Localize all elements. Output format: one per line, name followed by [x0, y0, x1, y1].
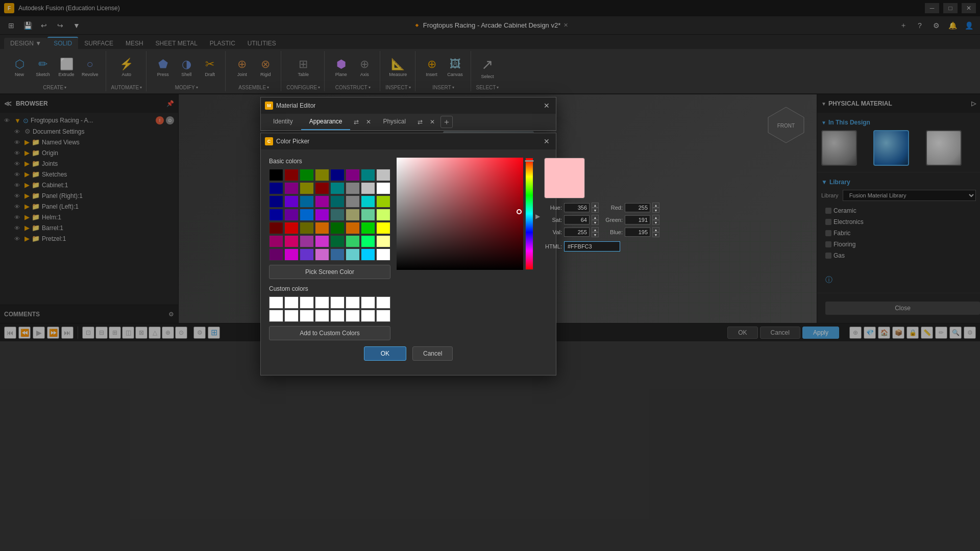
- custom-color-swatch[interactable]: [330, 296, 345, 309]
- basic-color-swatch[interactable]: [376, 248, 390, 261]
- right-arrow[interactable]: ▶: [535, 158, 540, 270]
- basic-color-swatch[interactable]: [300, 248, 314, 261]
- basic-color-swatch[interactable]: [284, 222, 299, 234]
- sat-down-btn[interactable]: ▼: [592, 220, 599, 225]
- basic-color-swatch[interactable]: [376, 182, 390, 194]
- basic-color-swatch[interactable]: [284, 235, 299, 247]
- blue-up-btn[interactable]: ▲: [652, 227, 659, 232]
- basic-color-swatch[interactable]: [269, 195, 283, 208]
- basic-color-swatch[interactable]: [269, 209, 283, 221]
- hue-strip[interactable]: [525, 158, 533, 270]
- basic-color-swatch[interactable]: [284, 248, 299, 261]
- custom-color-swatch[interactable]: [376, 310, 390, 322]
- basic-color-swatch[interactable]: [346, 248, 360, 261]
- basic-color-swatch[interactable]: [284, 195, 299, 208]
- basic-color-swatch[interactable]: [376, 209, 390, 221]
- basic-color-swatch[interactable]: [376, 195, 390, 208]
- basic-color-swatch[interactable]: [376, 169, 390, 181]
- basic-color-swatch[interactable]: [361, 182, 375, 194]
- basic-color-swatch[interactable]: [300, 169, 314, 181]
- color-picker-ok-btn[interactable]: OK: [364, 346, 406, 361]
- custom-color-swatch[interactable]: [284, 296, 299, 309]
- basic-color-swatch[interactable]: [300, 222, 314, 234]
- hue-down-btn[interactable]: ▼: [592, 208, 599, 213]
- appearance-tab[interactable]: Appearance: [301, 114, 351, 130]
- custom-color-swatch[interactable]: [300, 310, 314, 322]
- basic-color-swatch[interactable]: [269, 222, 283, 234]
- custom-color-swatch[interactable]: [361, 296, 375, 309]
- basic-color-swatch[interactable]: [315, 235, 329, 247]
- physical-tab[interactable]: Physical: [375, 114, 414, 130]
- basic-color-swatch[interactable]: [300, 209, 314, 221]
- basic-color-swatch[interactable]: [361, 195, 375, 208]
- basic-color-swatch[interactable]: [315, 222, 329, 234]
- custom-color-swatch[interactable]: [300, 296, 314, 309]
- basic-color-swatch[interactable]: [284, 209, 299, 221]
- appearance-tab-sync[interactable]: ⇄: [351, 117, 361, 127]
- hue-up-btn[interactable]: ▲: [592, 203, 599, 208]
- basic-color-swatch[interactable]: [269, 169, 283, 181]
- basic-color-swatch[interactable]: [361, 169, 375, 181]
- basic-color-swatch[interactable]: [269, 182, 283, 194]
- custom-color-swatch[interactable]: [284, 310, 299, 322]
- custom-color-swatch[interactable]: [315, 310, 329, 322]
- basic-color-swatch[interactable]: [269, 248, 283, 261]
- color-picker-close-btn[interactable]: ✕: [542, 136, 552, 146]
- basic-color-swatch[interactable]: [361, 248, 375, 261]
- val-field[interactable]: [564, 228, 590, 237]
- add-tab-btn[interactable]: ＋: [440, 116, 453, 128]
- custom-color-swatch[interactable]: [346, 296, 360, 309]
- basic-color-swatch[interactable]: [330, 195, 345, 208]
- physical-tab-sync[interactable]: ⇄: [415, 117, 425, 127]
- custom-color-swatch[interactable]: [330, 310, 345, 322]
- red-up-btn[interactable]: ▲: [652, 203, 659, 208]
- basic-color-swatch[interactable]: [284, 169, 299, 181]
- blue-down-btn[interactable]: ▼: [652, 232, 659, 237]
- basic-color-swatch[interactable]: [315, 248, 329, 261]
- identity-tab[interactable]: Identity: [265, 114, 301, 130]
- basic-color-swatch[interactable]: [346, 169, 360, 181]
- appearance-tab-close[interactable]: ✕: [363, 117, 374, 127]
- basic-color-swatch[interactable]: [346, 209, 360, 221]
- hue-field[interactable]: [564, 203, 590, 212]
- custom-color-swatch[interactable]: [376, 296, 390, 309]
- color-picker-cancel-btn[interactable]: Cancel: [412, 346, 453, 361]
- basic-color-swatch[interactable]: [346, 195, 360, 208]
- basic-color-swatch[interactable]: [330, 222, 345, 234]
- basic-color-swatch[interactable]: [376, 222, 390, 234]
- add-custom-colors-btn[interactable]: Add to Custom Colors: [269, 326, 390, 340]
- custom-color-swatch[interactable]: [269, 310, 283, 322]
- basic-color-swatch[interactable]: [315, 195, 329, 208]
- green-field[interactable]: [625, 215, 650, 224]
- custom-color-swatch[interactable]: [315, 296, 329, 309]
- basic-color-swatch[interactable]: [315, 209, 329, 221]
- basic-color-swatch[interactable]: [284, 182, 299, 194]
- pick-screen-btn[interactable]: Pick Screen Color: [269, 265, 390, 279]
- basic-color-swatch[interactable]: [346, 182, 360, 194]
- basic-color-swatch[interactable]: [300, 235, 314, 247]
- basic-color-swatch[interactable]: [330, 248, 345, 261]
- basic-color-swatch[interactable]: [269, 235, 283, 247]
- green-down-btn[interactable]: ▼: [652, 220, 659, 225]
- basic-color-swatch[interactable]: [361, 235, 375, 247]
- custom-color-swatch[interactable]: [269, 296, 283, 309]
- html-field[interactable]: [564, 241, 620, 252]
- color-gradient[interactable]: [397, 158, 523, 270]
- basic-color-swatch[interactable]: [315, 182, 329, 194]
- material-editor-close-btn[interactable]: ✕: [542, 101, 552, 111]
- custom-color-swatch[interactable]: [361, 310, 375, 322]
- physical-tab-close[interactable]: ✕: [427, 117, 437, 127]
- basic-color-swatch[interactable]: [330, 235, 345, 247]
- val-down-btn[interactable]: ▼: [592, 232, 599, 237]
- basic-color-swatch[interactable]: [330, 182, 345, 194]
- custom-color-swatch[interactable]: [346, 310, 360, 322]
- blue-field[interactable]: [625, 228, 650, 237]
- basic-color-swatch[interactable]: [361, 209, 375, 221]
- sat-up-btn[interactable]: ▲: [592, 215, 599, 220]
- basic-color-swatch[interactable]: [300, 182, 314, 194]
- green-up-btn[interactable]: ▲: [652, 215, 659, 220]
- basic-color-swatch[interactable]: [315, 169, 329, 181]
- basic-color-swatch[interactable]: [346, 222, 360, 234]
- val-up-btn[interactable]: ▲: [592, 227, 599, 232]
- basic-color-swatch[interactable]: [346, 235, 360, 247]
